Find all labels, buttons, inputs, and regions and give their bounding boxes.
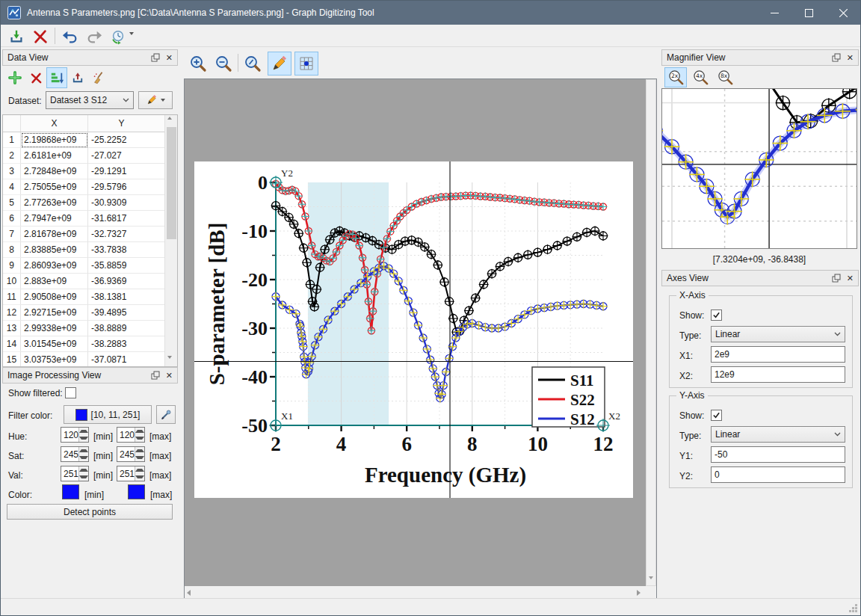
row-number[interactable]: 9 [3, 258, 21, 274]
row-number[interactable]: 14 [3, 336, 21, 352]
cell-y[interactable]: -35.8859 [88, 258, 167, 274]
scroll-down-arrow[interactable] [167, 356, 172, 359]
float-panel-icon[interactable] [151, 371, 160, 380]
minimize-button[interactable] [757, 1, 791, 25]
add-point-button[interactable] [4, 67, 25, 88]
table-scrollbar[interactable] [164, 115, 177, 366]
cell-x[interactable]: 2.86093e+09 [21, 258, 88, 274]
close-panel-icon[interactable]: ✕ [166, 372, 173, 380]
cell-x[interactable]: 2.77263e+09 [21, 195, 88, 211]
canvas-hscrollbar[interactable] [185, 587, 656, 598]
close-panel-icon[interactable]: ✕ [847, 54, 854, 62]
y1-input[interactable]: -50 [711, 446, 845, 463]
row-number[interactable]: 6 [3, 211, 21, 227]
cell-y[interactable]: -25.2252 [88, 132, 167, 148]
row-number[interactable]: 7 [3, 227, 21, 242]
row-number[interactable]: 12 [3, 305, 21, 321]
spin-up[interactable] [135, 447, 144, 455]
zoom-out-button[interactable] [212, 52, 235, 76]
scheme-dropdown-caret[interactable] [129, 32, 134, 35]
color-picker-button[interactable] [156, 405, 176, 424]
y2-input[interactable]: 0 [711, 466, 845, 483]
row-number[interactable]: 4 [3, 179, 21, 195]
table-scrollbar-thumb[interactable] [167, 127, 176, 239]
spin-up[interactable] [79, 428, 88, 435]
cell-x[interactable]: 2.19868e+09 [21, 132, 88, 148]
row-number[interactable]: 1 [3, 132, 21, 148]
row-number[interactable]: 11 [3, 289, 21, 305]
delete-button[interactable] [29, 26, 52, 47]
y-show-checkbox[interactable] [711, 410, 722, 421]
scroll-down-arrow[interactable] [649, 576, 653, 579]
float-panel-icon[interactable] [832, 274, 841, 283]
cell-x[interactable]: 2.883e+09 [21, 274, 88, 289]
val-min-spinbox[interactable]: 251 [61, 466, 89, 481]
column-header-y[interactable]: Y [88, 115, 155, 132]
cell-x[interactable]: 2.75055e+09 [21, 179, 88, 195]
graph-image[interactable]: 246810120-10-20-30-40-50Frequency (GHz)S… [194, 161, 633, 498]
scroll-right-arrow[interactable] [637, 590, 641, 596]
column-header-x[interactable]: X [21, 115, 88, 132]
x-type-combobox[interactable]: Linear [711, 326, 845, 342]
close-button[interactable] [826, 1, 860, 25]
cell-y[interactable]: -33.7838 [88, 242, 167, 258]
redo-button[interactable] [83, 26, 105, 47]
cell-x[interactable]: 2.92715e+09 [21, 305, 88, 321]
cell-y[interactable]: -29.5796 [88, 179, 167, 195]
hue-max-spinbox[interactable]: 120 [117, 427, 145, 443]
cell-x[interactable]: 3.03753e+09 [21, 352, 88, 367]
sort-points-button[interactable] [46, 67, 67, 88]
clear-points-button[interactable] [88, 67, 109, 88]
row-number[interactable]: 3 [3, 164, 21, 179]
canvas-vscrollbar[interactable] [646, 79, 656, 586]
cell-y[interactable]: -38.2883 [88, 336, 167, 352]
cell-x[interactable]: 2.7947e+09 [21, 211, 88, 227]
sat-max-spinbox[interactable]: 245 [117, 446, 145, 462]
cell-x[interactable]: 2.99338e+09 [21, 321, 88, 336]
y-type-combobox[interactable]: Linear [711, 426, 845, 443]
cell-x[interactable]: 2.83885e+09 [21, 242, 88, 258]
cell-y[interactable]: -29.1291 [88, 164, 167, 179]
magnifier-2x-button[interactable]: 2x [664, 67, 687, 87]
undo-button[interactable] [59, 26, 81, 47]
show-points-grid-button[interactable] [294, 52, 318, 76]
axis-marker-x1[interactable]: X1 [269, 410, 293, 432]
spin-down[interactable] [135, 455, 144, 462]
import-image-button[interactable] [5, 26, 28, 47]
x2-input[interactable]: 12e9 [711, 366, 845, 383]
spin-down[interactable] [79, 474, 88, 481]
image-canvas[interactable]: 246810120-10-20-30-40-50Frequency (GHz)S… [185, 79, 646, 586]
row-number[interactable]: 2 [3, 148, 21, 164]
maximize-button[interactable] [791, 1, 826, 25]
cell-y[interactable]: -32.7327 [88, 227, 167, 242]
spin-up[interactable] [135, 428, 144, 435]
cell-x[interactable]: 2.90508e+09 [21, 289, 88, 305]
show-filtered-checkbox[interactable] [65, 387, 76, 398]
magnifier-8x-button[interactable]: 8x [714, 67, 736, 87]
row-number[interactable]: 15 [3, 352, 21, 367]
hue-min-spinbox[interactable]: 120 [61, 427, 89, 443]
cell-y[interactable]: -38.8889 [88, 321, 167, 336]
row-number[interactable]: 8 [3, 242, 21, 258]
cell-x[interactable]: 3.01545e+09 [21, 336, 88, 352]
float-panel-icon[interactable] [151, 53, 160, 62]
row-number[interactable]: 5 [3, 195, 21, 211]
cell-y[interactable]: -36.9369 [88, 274, 167, 289]
scroll-up-arrow[interactable] [167, 117, 172, 120]
cell-x[interactable]: 2.6181e+09 [21, 148, 88, 164]
spin-down[interactable] [79, 455, 88, 462]
spin-down[interactable] [135, 474, 144, 481]
edit-dataset-button[interactable] [138, 91, 173, 109]
sat-min-spinbox[interactable]: 245 [61, 446, 89, 462]
cell-y[interactable]: -39.4895 [88, 305, 167, 321]
close-panel-icon[interactable]: ✕ [166, 54, 173, 62]
scroll-left-arrow[interactable] [187, 590, 191, 596]
cell-y[interactable]: -31.6817 [88, 211, 167, 227]
export-dataset-button[interactable] [67, 67, 88, 88]
magnifier-4x-button[interactable]: 4x [689, 67, 712, 87]
spin-up[interactable] [79, 466, 88, 474]
cell-x[interactable]: 2.72848e+09 [21, 164, 88, 179]
float-panel-icon[interactable] [832, 53, 841, 62]
detect-points-button[interactable]: Detect points [7, 504, 173, 520]
x1-input[interactable]: 2e9 [711, 346, 845, 363]
